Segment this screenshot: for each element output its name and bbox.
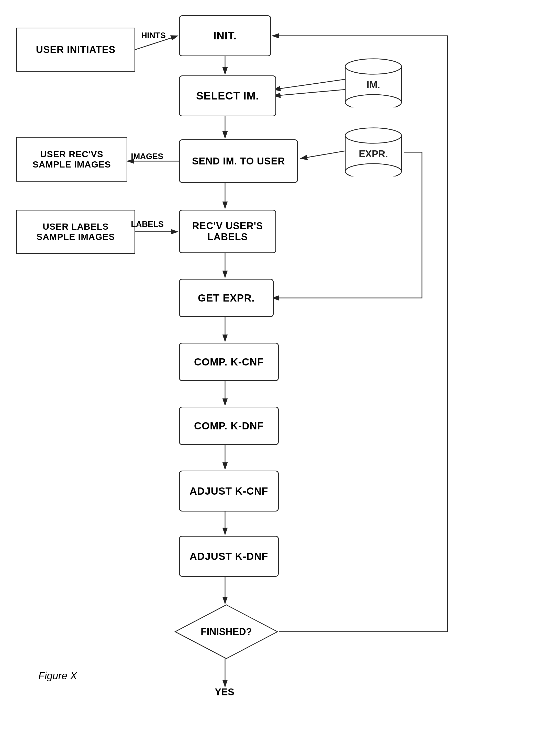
finished-label: FINISHED?: [201, 626, 252, 637]
expr-db-cylinder: EXPR.: [343, 125, 404, 176]
svg-text:EXPR.: EXPR.: [359, 149, 388, 159]
user-recvs-label: USER REC'VS SAMPLE IMAGES: [32, 149, 111, 170]
comp-kcnf-label: COMP. K-CNF: [194, 356, 264, 368]
user-initiates-label: USER INITIATES: [36, 44, 116, 55]
comp-kcnf-box: COMP. K-CNF: [179, 343, 279, 381]
svg-point-19: [345, 59, 401, 74]
select-im-label: SELECT IM.: [196, 90, 259, 102]
send-im-box: SEND IM. TO USER: [179, 139, 298, 183]
select-im-box: SELECT IM.: [179, 75, 276, 116]
adjust-kcnf-label: ADJUST K-CNF: [189, 485, 268, 497]
finished-diamond: FINISHED?: [174, 604, 279, 660]
user-labels-label: USER LABELS SAMPLE IMAGES: [37, 221, 115, 242]
user-recvs-box: USER REC'VS SAMPLE IMAGES: [16, 137, 127, 182]
hints-label: HINTS: [141, 31, 166, 40]
recv-labels-box: REC'V USER'S LABELS: [179, 210, 276, 253]
init-box: INIT.: [179, 15, 271, 56]
get-expr-label: GET EXPR.: [198, 292, 255, 304]
images-label: IMAGES: [131, 152, 163, 161]
init-label: INIT.: [213, 30, 237, 42]
figure-caption: Figure X: [38, 670, 77, 682]
get-expr-box: GET EXPR.: [179, 279, 274, 317]
recv-labels-label: REC'V USER'S LABELS: [192, 220, 263, 242]
user-labels-box: USER LABELS SAMPLE IMAGES: [16, 210, 135, 254]
svg-point-23: [345, 128, 401, 143]
yes-label: YES: [215, 687, 234, 698]
svg-line-15: [274, 90, 345, 96]
comp-kdnf-label: COMP. K-DNF: [194, 420, 264, 432]
user-initiates-box: USER INITIATES: [16, 28, 135, 72]
svg-line-14: [274, 79, 345, 90]
send-im-label: SEND IM. TO USER: [192, 156, 285, 167]
svg-text:IM.: IM.: [367, 80, 380, 90]
adjust-kdnf-label: ADJUST K-DNF: [189, 551, 268, 562]
im-db-cylinder: IM.: [343, 56, 404, 107]
labels-label: LABELS: [131, 219, 164, 229]
svg-point-20: [345, 95, 401, 107]
adjust-kdnf-box: ADJUST K-DNF: [179, 536, 279, 577]
comp-kdnf-box: COMP. K-DNF: [179, 407, 279, 445]
svg-point-24: [345, 164, 401, 176]
svg-line-16: [300, 151, 345, 159]
adjust-kcnf-box: ADJUST K-CNF: [179, 471, 279, 512]
